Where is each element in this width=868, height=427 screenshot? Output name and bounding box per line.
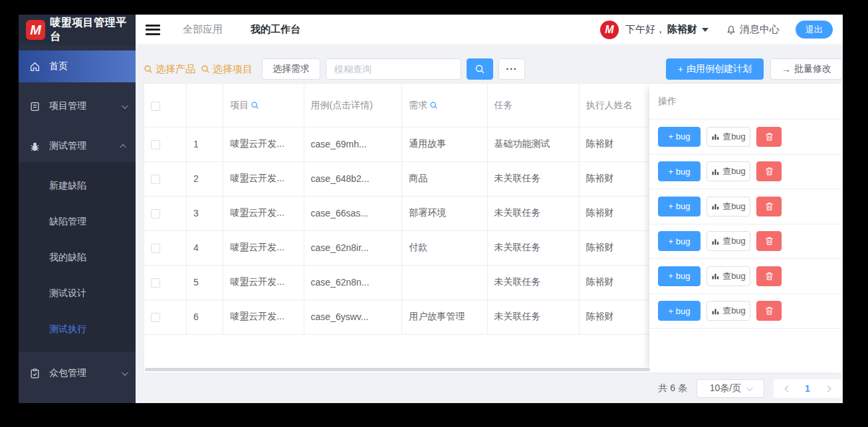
task-cell: 基础功能测试 [487,127,579,161]
add-bug-button[interactable]: + bug [658,266,701,286]
usecase-cell[interactable]: case_66sas... [304,196,402,230]
chevron-up-icon [120,143,126,150]
view-bug-label: 查bug [722,131,746,143]
logout-button[interactable]: 退出 [796,21,833,39]
select-product-label: 选择产品 [156,63,195,76]
search-button[interactable] [467,58,493,80]
create-plan-label: 由用例创建计划 [687,63,752,75]
sidebar-item-test-execution[interactable]: 测试执行 [19,311,136,347]
row-checkbox[interactable] [151,244,160,253]
page-number[interactable]: 1 [798,383,817,394]
tab-my-workbench[interactable]: 我的工作台 [251,23,300,36]
greeting-text: 下午好， [625,23,665,36]
sidebar-item-label: 测试管理 [49,140,86,152]
select-product-link[interactable]: 选择产品 [144,63,195,76]
page-size-select[interactable]: 10条/页 [697,379,764,398]
view-bug-button[interactable]: 查bug [706,127,750,147]
usecase-cell[interactable]: case_6yswv... [304,299,402,334]
sidebar-item-partial[interactable]: 结算管理 [19,397,136,403]
fuzzy-search-input[interactable] [326,58,461,80]
select-project-link[interactable]: 选择项目 [201,63,253,76]
username: 陈裕财 [667,23,697,36]
tab-all-apps[interactable]: 全部应用 [183,23,223,36]
bug-icon [29,141,41,152]
usecase-cell[interactable]: case_69mh... [304,127,402,161]
add-bug-button[interactable]: + bug [658,301,701,321]
bar-chart-icon [711,272,720,280]
col-project-label: 项目 [230,98,249,112]
trash-icon [765,167,774,176]
delete-button[interactable] [756,161,782,181]
test-plan-table: 项目 用例(点击详情) 需求 任务 执行人姓名 起止时间 状态 [144,83,843,373]
user-menu[interactable]: 下午好， 陈裕财 [625,23,708,36]
horizontal-scrollbar[interactable] [145,368,650,371]
delete-button[interactable] [756,127,782,147]
row-checkbox[interactable] [151,209,160,218]
search-icon[interactable] [251,101,259,110]
requirement-cell: 付款 [402,230,487,265]
sidebar-item-home[interactable]: 首页 [19,50,136,82]
view-bug-button[interactable]: 查bug [706,197,750,216]
row-index: 6 [186,299,223,334]
row-index: 3 [186,196,223,230]
project-cell: 唛盟云开发... [223,196,304,230]
sidebar-item-test-design[interactable]: 测试设计 [19,275,136,311]
chevron-left-icon [784,385,791,392]
col-project[interactable]: 项目 [223,84,304,127]
requirement-cell: 商品 [402,161,487,196]
row-checkbox[interactable] [151,175,160,184]
page-controls: 1 [774,379,841,398]
sidebar-item-testing[interactable]: 测试管理 [19,130,136,162]
usecase-cell[interactable]: case_648b2... [304,161,402,196]
row-checkbox[interactable] [151,140,160,149]
delete-button[interactable] [756,197,782,216]
delete-button[interactable] [756,266,782,286]
menu-toggle-icon[interactable] [146,25,160,35]
usecase-cell[interactable]: case_62n8ir... [304,230,402,265]
delete-button[interactable] [756,301,782,321]
requirement-cell: 用户故事管理 [402,299,487,334]
add-bug-button[interactable]: + bug [658,161,701,181]
col-requirement[interactable]: 需求 [402,84,487,127]
sidebar-item-my-defects[interactable]: 我的缺陷 [19,239,136,275]
trash-icon [765,132,774,141]
view-bug-button[interactable]: 查bug [706,231,750,251]
main-content: 选择产品 选择项目 选择需求 ··· [136,45,843,403]
more-filters-button[interactable]: ··· [498,58,525,80]
sidebar-item-label: 众包管理 [49,367,86,379]
create-plan-button[interactable]: + 由用例创建计划 [666,58,764,80]
home-icon [29,61,41,72]
delete-button[interactable] [756,231,782,251]
view-bug-button[interactable]: 查bug [706,161,750,181]
view-bug-button[interactable]: 查bug [706,266,750,286]
batch-edit-button[interactable]: → 批量修改 [770,58,843,80]
app-logo[interactable]: M 唛盟项目管理平台 [19,15,136,45]
search-icon[interactable] [429,101,438,110]
add-bug-button[interactable]: + bug [658,127,701,147]
add-bug-button[interactable]: + bug [658,231,701,251]
message-center[interactable]: 消息中心 [726,23,780,36]
project-cell: 唛盟云开发... [223,299,304,334]
project-cell: 唛盟云开发... [223,230,304,265]
usecase-cell[interactable]: case_62n8n... [304,265,402,299]
task-cell: 未关联任务 [487,230,579,265]
sidebar-item-projects[interactable]: 项目管理 [19,90,136,122]
clipboard-icon [29,368,41,379]
view-bug-button[interactable]: 查bug [706,301,750,321]
view-bug-label: 查bug [722,270,746,282]
prev-page-button[interactable] [778,379,798,398]
select-all-checkbox[interactable] [151,102,160,111]
task-cell: 未关联任务 [487,161,579,196]
row-checkbox[interactable] [151,278,160,288]
select-requirement-button[interactable]: 选择需求 [262,58,320,80]
row-checkbox[interactable] [151,313,160,322]
sidebar-item-new-defect[interactable]: 新建缺陷 [19,167,136,203]
sidebar-item-defect-management[interactable]: 缺陷管理 [19,203,136,239]
requirement-cell [402,265,487,299]
next-page-button[interactable] [817,379,837,398]
avatar[interactable]: M [600,21,619,39]
operations-row: + bug 查bug [649,120,842,155]
task-cell: 未关联任务 [487,196,579,230]
add-bug-button[interactable]: + bug [658,197,701,216]
sidebar-item-crowdsourcing[interactable]: 众包管理 [19,357,136,389]
